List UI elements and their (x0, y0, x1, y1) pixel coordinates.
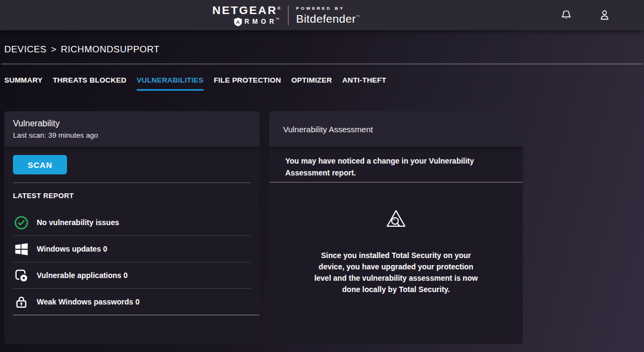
netgear-armor-logo: NETGEAR® A RMOR ™ (212, 4, 280, 26)
tab-threats-blocked[interactable]: THREATS BLOCKED (53, 76, 126, 91)
scan-button[interactable]: SCAN (13, 155, 67, 174)
armor-shield-icon: A (234, 17, 242, 26)
lock-icon (14, 295, 29, 309)
trademark-mark: ™ (276, 17, 279, 21)
breadcrumb: DEVICES > RICHMONDSUPPORT (4, 44, 644, 55)
divider (13, 182, 251, 183)
top-bar: NETGEAR® A RMOR ™ POWERED BY Bitdefender… (0, 0, 644, 30)
registered-mark: ® (277, 6, 280, 11)
assessment-notice-text: You may have noticed a change in your Vu… (269, 147, 523, 182)
netgear-wordmark: NETGEAR® (212, 4, 280, 16)
user-account-icon[interactable] (599, 9, 611, 21)
logo-divider (288, 5, 289, 25)
vulnerability-assessment-card: Vulnerability Assessment You may have no… (269, 111, 523, 344)
tab-summary[interactable]: SUMMARY (4, 76, 43, 91)
tab-optimizer[interactable]: OPTIMIZER (291, 76, 332, 91)
list-item-weak-windows-passwords: Weak Windows passwords 0 (13, 289, 259, 315)
application-icon (14, 268, 29, 283)
topbar-actions (560, 0, 611, 30)
netgear-armor-bitdefender-logo: NETGEAR® A RMOR ™ POWERED BY Bitdefender… (212, 0, 360, 30)
content-area: Vulnerability Last scan: 39 minutes ago … (4, 111, 640, 344)
divider (269, 182, 523, 182)
latest-report-list: No vulnerability issues Windows updates … (4, 209, 259, 315)
last-scan-label: Last scan: 39 minutes ago (13, 131, 251, 139)
notifications-bell-icon[interactable] (560, 9, 572, 21)
vulnerability-card: Vulnerability Last scan: 39 minutes ago … (4, 111, 259, 344)
trademark-mark: ™ (356, 15, 360, 18)
svg-text:A: A (237, 19, 240, 25)
breadcrumb-divider (1, 64, 643, 64)
list-item-vulnerable-applications: Vulnerable applications 0 (13, 262, 251, 289)
assessment-message-text: Since you installed Total Security on yo… (312, 250, 480, 295)
list-item-no-vulnerability-issues: No vulnerability issues (13, 209, 251, 236)
card-title: Vulnerability Assessment (283, 125, 509, 134)
device-tabs: SUMMARY THREATS BLOCKED VULNERABILITIES … (4, 76, 644, 91)
list-item-windows-updates: Windows updates 0 (13, 236, 251, 262)
tab-anti-theft[interactable]: ANTI-THEFT (342, 76, 386, 91)
latest-report-label: LATEST REPORT (13, 192, 259, 200)
vulnerability-scan-triangle-icon (269, 207, 523, 232)
armor-letters: RMOR (244, 18, 277, 25)
check-circle-icon (14, 215, 29, 230)
armor-wordmark: A RMOR ™ (234, 17, 279, 26)
powered-by-label: POWERED BY (296, 6, 360, 11)
assessment-card-header: Vulnerability Assessment (269, 111, 523, 147)
tab-vulnerabilities[interactable]: VULNERABILITIES (137, 76, 204, 91)
vulnerability-card-header: Vulnerability Last scan: 39 minutes ago (4, 111, 259, 147)
card-title: Vulnerability (13, 119, 251, 128)
breadcrumb-current-device: RICHMONDSUPPORT (61, 44, 160, 55)
breadcrumb-devices-link[interactable]: DEVICES (4, 44, 46, 55)
bitdefender-logo: POWERED BY Bitdefender™ (296, 6, 360, 24)
windows-icon (14, 242, 29, 256)
bitdefender-wordmark: Bitdefender™ (296, 13, 360, 24)
breadcrumb-separator: > (51, 44, 56, 55)
tab-file-protection[interactable]: FILE PROTECTION (214, 76, 281, 91)
